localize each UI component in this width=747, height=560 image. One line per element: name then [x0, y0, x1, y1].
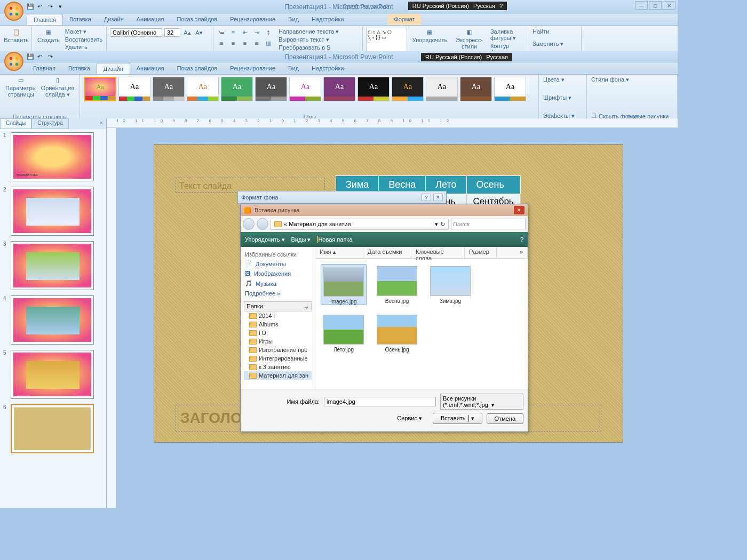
tab-addins[interactable]: Надстройки [305, 14, 350, 25]
replace-button[interactable]: Заменить ▾ [531, 40, 578, 48]
tab2-design[interactable]: Дизайн [97, 63, 130, 74]
tab2-review[interactable]: Рецензирование [224, 63, 282, 74]
file-vesna[interactable]: Весна.jpg [374, 264, 420, 305]
save-icon-2[interactable]: 💾 [27, 53, 34, 61]
nav-forward-button[interactable] [257, 218, 268, 230]
theme-item[interactable]: Aa [255, 77, 287, 101]
format-background-dialog[interactable]: Формат фона ?✕ [237, 191, 447, 204]
fav-documents[interactable]: 📄Документы [244, 259, 312, 269]
folder-item[interactable]: Интегрированные [244, 354, 312, 363]
theme-item[interactable]: Aa [187, 77, 219, 101]
service-button[interactable]: Сервис ▾ [397, 415, 422, 422]
file-thumbnails[interactable]: image4.jpg Весна.jpg Зима.jpg Лето.jpg О… [315, 259, 528, 389]
tab-animation[interactable]: Анимация [130, 14, 171, 25]
close-button[interactable]: ✕ [663, 1, 676, 10]
folder-item[interactable]: Материал для зан [244, 371, 312, 380]
nav-back-button[interactable] [243, 218, 255, 230]
slides-list[interactable]: 1ВРЕМЕНА ГОДА 2 3 4 5 6 [0, 129, 106, 508]
theme-item[interactable]: Aa [289, 77, 321, 101]
slide-thumb-2[interactable]: 2 [3, 187, 103, 236]
paste-button[interactable]: 📋Вставить [4, 28, 28, 44]
refresh-icon[interactable]: ↻ [440, 221, 445, 228]
line-spacing-button[interactable]: ‡ [264, 28, 273, 37]
align-left-button[interactable]: ≡ [217, 38, 226, 48]
tab2-addins[interactable]: Надстройки [305, 63, 350, 74]
organize-button[interactable]: Упорядочить ▾ [245, 236, 285, 243]
delete-slide-button[interactable]: Удалить [64, 43, 104, 51]
new-slide-button[interactable]: ▦Создать [35, 28, 62, 51]
font-name-combo[interactable]: Calibri (Основно [110, 28, 162, 37]
table-header[interactable]: Осень [466, 176, 520, 194]
search-input[interactable]: Поиск [451, 219, 526, 229]
dialog-help-icon[interactable]: ? [422, 194, 431, 201]
new-folder-button[interactable]: Новая папка [317, 236, 352, 243]
fav-pictures[interactable]: 🖼Изображения [244, 269, 312, 278]
convert-smartart-button[interactable]: Преобразовать в S [277, 44, 340, 51]
align-center-button[interactable]: ≡ [228, 38, 238, 48]
language-bar-2[interactable]: RU Русский (Россия) Русская [421, 53, 512, 61]
redo-icon[interactable]: ↷ [48, 3, 55, 11]
layout-button[interactable]: Макет ▾ [64, 28, 104, 36]
slide-thumb-1[interactable]: 1ВРЕМЕНА ГОДА [3, 132, 103, 181]
indent-dec-button[interactable]: ⇤ [240, 28, 250, 37]
bullets-button[interactable]: ≔ [217, 28, 226, 37]
save-icon[interactable]: 💾 [27, 3, 34, 11]
folders-header[interactable]: Папки⌄ [244, 301, 312, 311]
tab-insert[interactable]: Вставка [63, 14, 98, 25]
theme-current[interactable]: Aa [84, 77, 116, 101]
theme-item[interactable]: Aa [426, 77, 458, 101]
theme-item[interactable]: Aa [392, 77, 424, 101]
theme-colors-button[interactable]: Цвета ▾ [542, 76, 583, 84]
align-right-button[interactable]: ≡ [240, 38, 250, 48]
file-zima[interactable]: Зима.jpg [427, 264, 473, 305]
slide-thumb-5[interactable]: 5 [3, 350, 103, 399]
theme-item[interactable]: Aa [153, 77, 185, 101]
minimize-button[interactable]: — [635, 1, 648, 10]
shapes-gallery[interactable]: ◻ ○ △ ↘ ⬡╲ ⬨ { } ▭ [366, 28, 407, 52]
shape-fill-button[interactable]: Заливка фигуры ▾ [489, 28, 525, 42]
file-image4[interactable]: image4.jpg [321, 264, 367, 305]
theme-item[interactable]: Aa [357, 77, 390, 101]
numbering-button[interactable]: ≡ [228, 28, 238, 37]
slide-thumb-4[interactable]: 4 [3, 295, 103, 345]
views-button[interactable]: Виды ▾ [291, 236, 311, 243]
file-leto[interactable]: Лето.jpg [321, 313, 367, 353]
background-styles-button[interactable]: Стили фона ▾ [590, 76, 674, 84]
theme-item[interactable]: Aa [494, 77, 526, 101]
file-dialog-titlebar[interactable]: 🟧 Вставка рисунка ✕ [241, 204, 528, 216]
file-dialog-close-button[interactable]: ✕ [514, 206, 525, 214]
align-text-button[interactable]: Выровнять текст ▾ [277, 36, 340, 44]
redo-icon-2[interactable]: ↷ [48, 53, 55, 61]
grow-font-icon[interactable]: A▴ [182, 28, 192, 37]
undo-icon-2[interactable]: ↶ [37, 53, 45, 61]
col-date[interactable]: Дата съемки [363, 247, 411, 258]
theme-item[interactable]: Aa [460, 77, 492, 101]
tab2-slideshow[interactable]: Показ слайдов [170, 63, 224, 74]
text-direction-button[interactable]: Направление текста ▾ [277, 28, 340, 36]
maximize-button[interactable]: ◻ [649, 1, 662, 10]
tab-design[interactable]: Дизайн [98, 14, 130, 25]
pane-close-button[interactable]: × [97, 118, 106, 129]
slides-tab[interactable]: Слайды [0, 118, 31, 129]
folder-item[interactable]: Материал для зан [244, 380, 312, 381]
slide-orientation-button[interactable]: ▯Ориентация слайда ▾ [39, 76, 76, 99]
tab-slideshow[interactable]: Показ слайдов [170, 14, 224, 25]
col-size[interactable]: Размер [465, 247, 497, 258]
justify-button[interactable]: ≡ [252, 38, 261, 48]
cancel-button[interactable]: Отмена [487, 413, 523, 424]
folder-item[interactable]: 2014 г [244, 311, 312, 320]
columns-button[interactable]: ▥ [264, 38, 273, 48]
find-button[interactable]: Найти [531, 28, 578, 35]
folder-item[interactable]: ГО [244, 329, 312, 337]
outline-tab[interactable]: Структура [31, 118, 68, 129]
indent-inc-button[interactable]: ⇥ [252, 28, 261, 37]
col-more[interactable]: » [497, 247, 528, 258]
tab-review[interactable]: Рецензирование [224, 14, 282, 25]
file-filter-combo[interactable]: Все рисунки (*.emf;*.wmf;*.jpg; ▾ [440, 394, 523, 410]
col-tags[interactable]: Ключевые слова [411, 247, 465, 258]
tab2-view[interactable]: Вид [282, 63, 305, 74]
tab-home[interactable]: Главная [27, 14, 63, 25]
themes-gallery[interactable]: Aa Aa Aa Aa Aa Aa Aa Aa Aa Aa Aa Aa Aa [83, 76, 535, 102]
col-name[interactable]: Имя ▴ [315, 247, 363, 258]
tab-format[interactable]: Формат [387, 14, 421, 25]
